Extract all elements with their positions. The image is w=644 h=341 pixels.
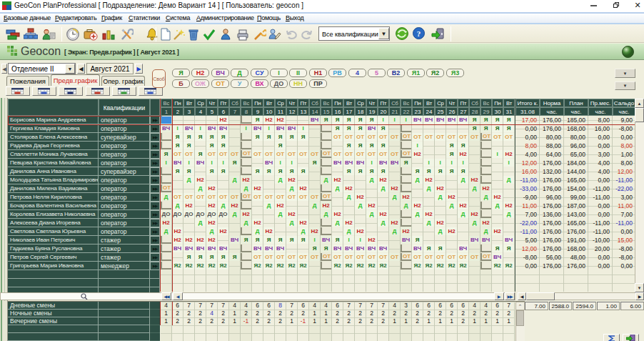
svg-text:?: ? (417, 29, 421, 38)
